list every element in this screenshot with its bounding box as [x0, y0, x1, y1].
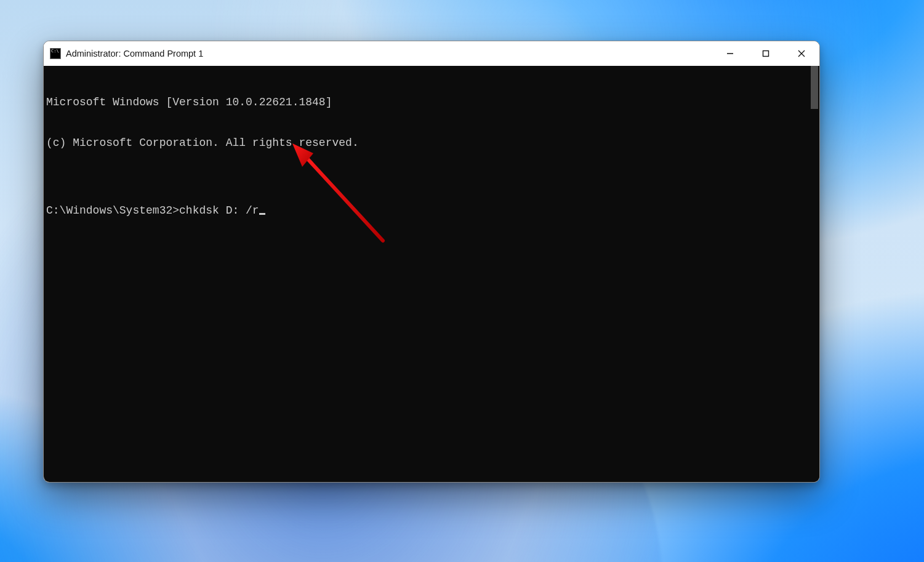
terminal-line: (c) Microsoft Corporation. All rights re… — [46, 136, 808, 150]
window-controls — [712, 41, 819, 66]
text-cursor — [259, 213, 265, 215]
terminal-area: Microsoft Windows [Version 10.0.22621.18… — [44, 66, 819, 482]
svg-rect-0 — [727, 53, 733, 54]
terminal-line: Microsoft Windows [Version 10.0.22621.18… — [46, 95, 808, 109]
minimize-button[interactable] — [712, 41, 748, 66]
terminal-output[interactable]: Microsoft Windows [Version 10.0.22621.18… — [44, 66, 808, 482]
terminal-prompt-line[interactable]: C:\Windows\System32>chkdsk D: /r — [46, 204, 808, 217]
window-title: Administrator: Command Prompt 1 — [66, 49, 203, 58]
maximize-button[interactable] — [748, 41, 784, 66]
titlebar[interactable]: Administrator: Command Prompt 1 — [44, 41, 819, 66]
cmd-icon — [50, 48, 61, 59]
scrollbar-track[interactable] — [808, 66, 819, 482]
scrollbar-thumb[interactable] — [811, 66, 818, 109]
prompt-text: C:\Windows\System32> — [46, 204, 179, 217]
command-text: chkdsk D: /r — [179, 204, 259, 217]
svg-rect-1 — [763, 51, 769, 57]
command-prompt-window: Administrator: Command Prompt 1 Micro — [43, 41, 820, 483]
close-button[interactable] — [784, 41, 819, 66]
